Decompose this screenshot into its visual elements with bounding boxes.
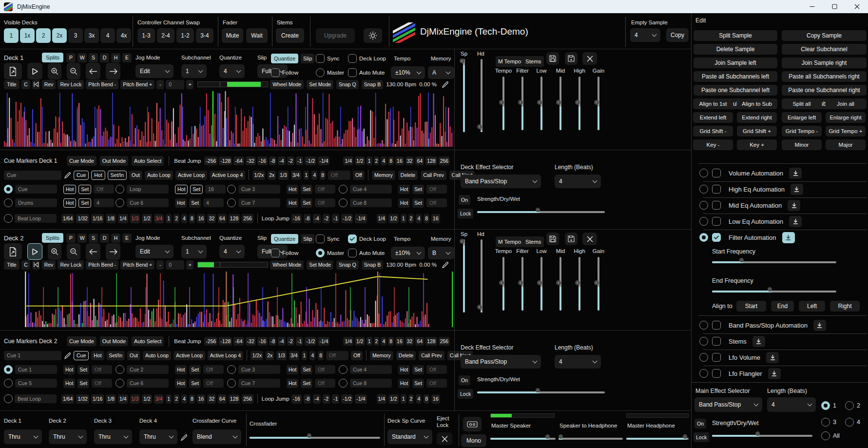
channel-slider-filter[interactable] xyxy=(518,77,527,130)
automation-radio-mid-eq-automation[interactable] xyxy=(699,201,708,210)
set-button[interactable]: Set xyxy=(77,379,89,388)
download-icon[interactable] xyxy=(768,368,781,379)
beat-loop-fraction-2[interactable]: 2 xyxy=(174,394,179,404)
set-button[interactable]: Set xyxy=(301,365,312,374)
beat-jump-32[interactable]: 32 xyxy=(405,156,414,165)
beat-jump-2[interactable]: 2 xyxy=(374,337,380,346)
loop-fraction-4[interactable]: 4 xyxy=(309,351,315,360)
mode-button-auto-select[interactable]: Auto Select xyxy=(132,156,164,166)
seek-right-icon[interactable] xyxy=(106,63,120,79)
beat-loop-fraction-32[interactable]: 32 xyxy=(207,394,216,404)
beat-jump-1-4[interactable]: 1/4 xyxy=(343,156,353,165)
beat-loop-fraction-256[interactable]: 256 xyxy=(242,214,253,223)
beat-loop-fraction-2[interactable]: 2 xyxy=(174,214,179,223)
align-to-button-start[interactable]: Start xyxy=(736,301,766,312)
speaker-to-headphone-slider[interactable] xyxy=(559,434,623,443)
beat-loop-fraction-1[interactable]: 1 xyxy=(166,214,172,223)
wheel-mode-button[interactable]: Wheel Mode xyxy=(270,80,304,89)
beat-jump-2[interactable]: 2 xyxy=(374,156,380,165)
beat-jump-2[interactable]: -2 xyxy=(287,156,294,165)
cue-value-input[interactable]: Off xyxy=(426,185,447,194)
beat-jump-8[interactable]: -8 xyxy=(269,337,276,346)
title-button[interactable]: Title xyxy=(4,260,19,270)
loop-fraction-8[interactable]: 8 xyxy=(318,351,324,360)
loop-jump-1-2[interactable]: 1/2 xyxy=(388,214,399,223)
set-in-toggle[interactable]: Set/In xyxy=(108,171,127,180)
cue-name-input-cue-4[interactable]: Cue 4 xyxy=(350,185,392,194)
download-icon[interactable] xyxy=(789,216,802,227)
deck-out-select-3[interactable]: Thru xyxy=(94,429,132,444)
memory-button-call-prev[interactable]: Call Prev xyxy=(419,351,444,360)
beat-loop-input[interactable]: Beat Loop xyxy=(15,394,57,403)
cue-value-input[interactable]: 4 xyxy=(203,198,224,207)
edit-button-key[interactable]: Key - xyxy=(693,139,733,150)
cue-select-radio-drums[interactable] xyxy=(4,198,13,207)
loop-fraction-1-3[interactable]: 1/3 xyxy=(276,351,287,360)
automation-checkbox-mid-eq-automation[interactable] xyxy=(712,201,721,210)
loop-jump-8[interactable]: -8 xyxy=(304,394,311,404)
waveform-canvas[interactable] xyxy=(4,91,453,147)
play-icon[interactable] xyxy=(27,63,42,79)
effect-target-radio-2[interactable] xyxy=(845,401,854,410)
loop-jump-2[interactable]: -2 xyxy=(323,214,330,223)
align-to-button-left[interactable]: Left xyxy=(799,301,825,312)
beat-loop-fraction-3-4[interactable]: 3/4 xyxy=(154,394,164,404)
start-frequency-slider-thumb[interactable] xyxy=(739,258,744,262)
seek-right-icon[interactable] xyxy=(106,243,120,260)
memory-button-delete[interactable]: Delete xyxy=(396,351,416,360)
title-button[interactable]: Title xyxy=(4,80,19,89)
loop-fraction-4[interactable]: 4 xyxy=(311,171,317,180)
beat-jump-128[interactable]: -128 xyxy=(219,337,232,346)
loop-jump-2[interactable]: 2 xyxy=(408,214,414,223)
hot-button[interactable]: Hot xyxy=(398,198,410,208)
load-track-icon[interactable] xyxy=(4,243,22,260)
beat-loop-fraction-128[interactable]: 128 xyxy=(229,214,240,223)
channel-slider-high[interactable] xyxy=(575,257,584,311)
beat-jump-16[interactable]: -16 xyxy=(257,156,268,165)
beat-loop-radio[interactable] xyxy=(4,394,13,403)
jog-mode-select[interactable]: Edit xyxy=(135,64,174,78)
sync-checkbox[interactable] xyxy=(316,234,325,243)
master-speaker-slider[interactable] xyxy=(490,434,556,443)
loop-jump-2[interactable]: -2 xyxy=(323,394,330,404)
loop-fraction-1[interactable]: 1 xyxy=(304,171,309,180)
channel-slider-low[interactable] xyxy=(537,77,546,130)
cue-select-radio-cue-7[interactable] xyxy=(227,198,236,207)
toolbar-button-1-3[interactable]: 1-3 xyxy=(137,28,155,43)
cue-select-radio-cue[interactable] xyxy=(4,185,13,194)
toolbar-button-2[interactable]: 2 xyxy=(36,28,51,43)
loop-fraction-1-2x[interactable]: 1/2x xyxy=(251,351,263,360)
cue-name-input-cue-7[interactable]: Cue 7 xyxy=(238,379,280,388)
beat-loop-fraction-1-64[interactable]: 1/64 xyxy=(61,394,74,404)
toolbar-button-1x[interactable]: 1x xyxy=(20,28,35,43)
edit-pencil-icon[interactable] xyxy=(440,260,450,270)
beat-jump-64[interactable]: 64 xyxy=(415,156,424,165)
loop-fraction-1[interactable]: 1 xyxy=(302,351,308,360)
deck-loop-checkbox[interactable] xyxy=(348,54,357,63)
set-mode-button[interactable]: Set Mode xyxy=(307,260,333,270)
edit-button-enlarge-right[interactable]: Enlarge right xyxy=(826,112,866,123)
master-radio[interactable] xyxy=(316,249,325,257)
channel-slider-high[interactable] xyxy=(575,77,584,130)
cue-select-radio-cue-2[interactable] xyxy=(116,365,124,374)
loop-jump-1[interactable]: 1 xyxy=(401,214,406,223)
track-progress-bar[interactable] xyxy=(197,262,268,268)
beat-jump-1[interactable]: 1 xyxy=(366,337,372,346)
toolbar-button-4[interactable]: 4 xyxy=(100,28,115,43)
follow-checkbox[interactable] xyxy=(271,68,280,77)
beat-loop-fraction-1-16[interactable]: 1/16 xyxy=(91,394,104,404)
beat-loop-fraction-1-3[interactable]: 1/3 xyxy=(130,394,140,404)
automation-checkbox-lfo-flangler[interactable] xyxy=(712,369,721,378)
effect-on-toggle[interactable]: On xyxy=(459,375,470,385)
loop-jump-8[interactable]: 8 xyxy=(424,394,429,404)
loop-fraction-2x[interactable]: 2x xyxy=(268,171,276,180)
automation-checkbox-band-pass-stop-automation[interactable] xyxy=(712,321,721,330)
memory-select[interactable]: B xyxy=(428,247,454,259)
memory-select[interactable]: A xyxy=(428,66,454,79)
splits-toggle[interactable]: Splits xyxy=(42,53,63,62)
sync-checkbox[interactable] xyxy=(316,54,325,63)
stem-letter-button-d[interactable]: D xyxy=(100,234,109,243)
deck-out-select-1[interactable]: Thru xyxy=(4,429,42,444)
cue-value-input[interactable]: Off xyxy=(203,365,224,374)
download-icon[interactable] xyxy=(788,200,800,211)
